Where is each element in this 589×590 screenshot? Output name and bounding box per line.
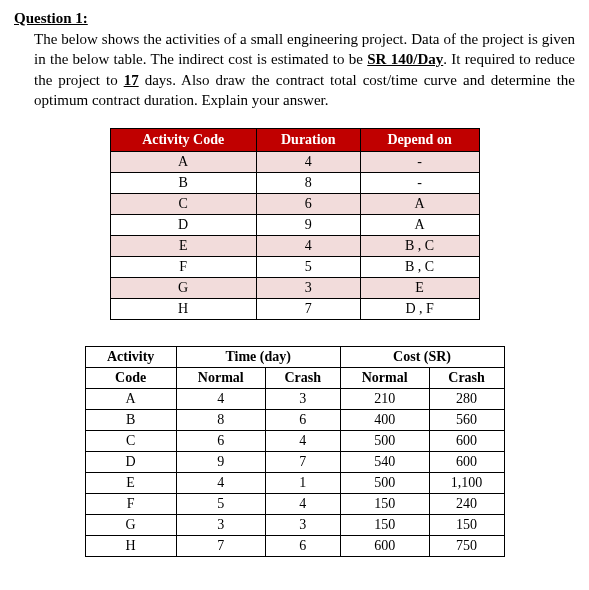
question-body: The below shows the activities of a smal… [34, 29, 575, 110]
table-cell: 6 [265, 410, 340, 431]
table-cell: C [85, 431, 176, 452]
table-cell: 8 [176, 410, 265, 431]
table-cell: 240 [429, 494, 504, 515]
table-cell: E [110, 236, 256, 257]
table-cell: B , C [360, 236, 479, 257]
group-time: Time (day) [176, 347, 340, 368]
table-cell: 150 [429, 515, 504, 536]
table-row: A43210280 [85, 389, 504, 410]
table-cell: F [110, 257, 256, 278]
table-cell: 600 [429, 431, 504, 452]
table-cell: 600 [340, 536, 429, 557]
table-cell: 3 [176, 515, 265, 536]
sub-code: Code [85, 368, 176, 389]
table-cell: 560 [429, 410, 504, 431]
table-cell: 280 [429, 389, 504, 410]
table-cell: F [85, 494, 176, 515]
table-row: H76600750 [85, 536, 504, 557]
table-row: D97540600 [85, 452, 504, 473]
table-cell: A [360, 194, 479, 215]
table-cell: 4 [176, 473, 265, 494]
table-row: F5B , C [110, 257, 479, 278]
table-cell: 4 [256, 152, 360, 173]
table-cell: 5 [176, 494, 265, 515]
table-sub-header-row: Code Normal Crash Normal Crash [85, 368, 504, 389]
table-cell: 750 [429, 536, 504, 557]
table-cell: B [85, 410, 176, 431]
table-row: H7D , F [110, 299, 479, 320]
table-cell: 7 [265, 452, 340, 473]
cost-time-table: Activity Time (day) Cost (SR) Code Norma… [85, 346, 505, 557]
table-cell: 4 [265, 494, 340, 515]
table-cell: 500 [340, 431, 429, 452]
table-cell: E [360, 278, 479, 299]
table-cell: A [360, 215, 479, 236]
table-row: C6A [110, 194, 479, 215]
table-cell: 4 [176, 389, 265, 410]
table-cell: 3 [265, 389, 340, 410]
table-cell: 4 [256, 236, 360, 257]
target-days: 17 [124, 72, 139, 88]
table-cell: 7 [256, 299, 360, 320]
table-row: B86400560 [85, 410, 504, 431]
table-row: C64500600 [85, 431, 504, 452]
table-cell: 8 [256, 173, 360, 194]
table-cell: 1 [265, 473, 340, 494]
table-row: F54150240 [85, 494, 504, 515]
indirect-cost-rate: SR 140/Day [367, 51, 443, 67]
table-cell: 150 [340, 515, 429, 536]
table-cell: B [110, 173, 256, 194]
dependency-table: Activity Code Duration Depend on A4-B8-C… [110, 128, 480, 320]
table-cell: D [85, 452, 176, 473]
table-cell: 9 [176, 452, 265, 473]
table-row: A4- [110, 152, 479, 173]
table-row: D9A [110, 215, 479, 236]
sub-cost-normal: Normal [340, 368, 429, 389]
table-cell: H [85, 536, 176, 557]
table-cell: 9 [256, 215, 360, 236]
table-cell: - [360, 173, 479, 194]
col-duration: Duration [256, 129, 360, 152]
table-row: B8- [110, 173, 479, 194]
table-cell: D [110, 215, 256, 236]
table-cell: 400 [340, 410, 429, 431]
table-row: E415001,100 [85, 473, 504, 494]
table-cell: - [360, 152, 479, 173]
table-row: E4B , C [110, 236, 479, 257]
table-cell: 6 [256, 194, 360, 215]
table-cell: 5 [256, 257, 360, 278]
table-cell: 150 [340, 494, 429, 515]
table-cell: 6 [176, 431, 265, 452]
table-cell: 6 [265, 536, 340, 557]
table-cell: G [85, 515, 176, 536]
sub-cost-crash: Crash [429, 368, 504, 389]
table-row: G3E [110, 278, 479, 299]
table-cell: 540 [340, 452, 429, 473]
table-cell: E [85, 473, 176, 494]
table-cell: D , F [360, 299, 479, 320]
table-cell: H [110, 299, 256, 320]
table-cell: 3 [265, 515, 340, 536]
col-depend-on: Depend on [360, 129, 479, 152]
table-cell: 210 [340, 389, 429, 410]
sub-time-crash: Crash [265, 368, 340, 389]
table-cell: C [110, 194, 256, 215]
table-cell: 3 [256, 278, 360, 299]
table-cell: A [85, 389, 176, 410]
sub-time-normal: Normal [176, 368, 265, 389]
table-group-header-row: Activity Time (day) Cost (SR) [85, 347, 504, 368]
table-cell: 1,100 [429, 473, 504, 494]
group-cost: Cost (SR) [340, 347, 504, 368]
question-title: Question 1: [14, 10, 575, 27]
table-cell: 600 [429, 452, 504, 473]
table-cell: A [110, 152, 256, 173]
table-cell: G [110, 278, 256, 299]
table-cell: 7 [176, 536, 265, 557]
table-header-row: Activity Code Duration Depend on [110, 129, 479, 152]
col-activity-code: Activity Code [110, 129, 256, 152]
group-activity: Activity [85, 347, 176, 368]
table-cell: 4 [265, 431, 340, 452]
table-row: G33150150 [85, 515, 504, 536]
table-cell: B , C [360, 257, 479, 278]
table-cell: 500 [340, 473, 429, 494]
